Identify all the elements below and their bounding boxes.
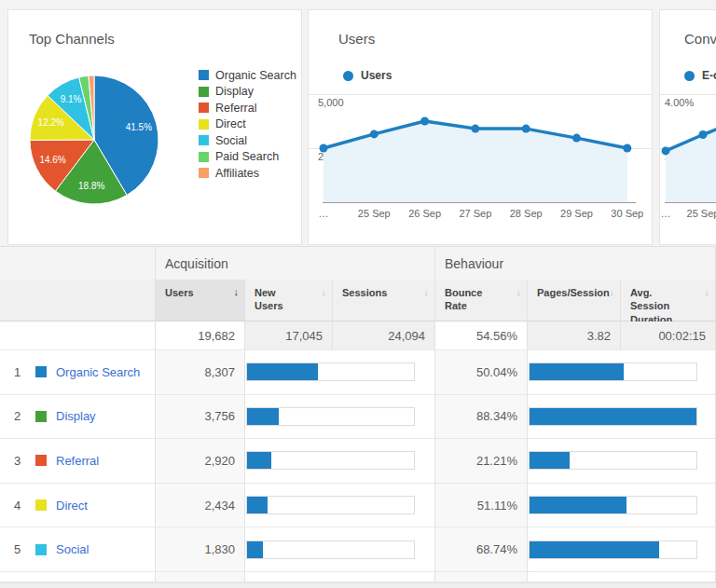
legend-label: Referral [215, 102, 256, 115]
channels-table: Acquisition Behaviour Users ↓ New Users … [0, 246, 716, 582]
x-axis-line [665, 202, 716, 203]
row-users-value: 3,756 [156, 395, 245, 440]
channel-link-organic-search[interactable]: Organic Search [56, 365, 140, 379]
row-bounce-rate-value: 68.74% [435, 527, 528, 572]
users-bar-track [246, 407, 415, 426]
pie-slice-label: 12.2% [38, 117, 64, 128]
data-point [662, 146, 670, 155]
channel-color-swatch [35, 411, 47, 422]
channel-link-display[interactable]: Display [56, 409, 96, 423]
legend-item-paid-search: Paid Search [199, 149, 296, 166]
x-axis-label: 27 Sep [459, 208, 491, 219]
legend-swatch [199, 152, 209, 162]
table-row-channel-cell: 4 Direct [0, 484, 156, 528]
users-bar-track [246, 362, 415, 381]
data-point [471, 125, 479, 133]
table-row-channel-cell: 5 Social [0, 527, 156, 572]
x-axis-label: 25 Sep [687, 208, 716, 219]
column-header-avg-session-duration[interactable]: Avg. Session Duration ↓ [621, 280, 716, 321]
legend-item-direct: Direct [199, 116, 296, 133]
total-avg-session-duration: 00:02:15 [621, 321, 716, 350]
row-users-bar-cell [245, 395, 435, 440]
x-axis-label: 28 Sep [510, 208, 543, 219]
total-bounce-rate: 54.56% [435, 321, 528, 350]
row-rank: 5 [14, 542, 29, 556]
x-axis-label: 26 Sep [408, 208, 441, 219]
legend-label: Affiliates [215, 167, 259, 180]
pie-slice-label: 41.5% [126, 122, 152, 132]
conversions-line-chart: 4.00%2.00%…25 Sep26 Sep27 Sep28 Sep29 Se… [660, 10, 716, 244]
legend-swatch [199, 119, 209, 130]
legend-item-social: Social [199, 132, 296, 149]
row-rank: 2 [14, 409, 29, 423]
column-header-sessions[interactable]: Sessions ↓ [333, 280, 435, 321]
bounce-bar-fill [530, 497, 626, 513]
row-users-bar-cell [245, 527, 435, 572]
partial-table-row-cell [528, 572, 716, 582]
legend-item-display: Display [199, 84, 296, 101]
legend-item-referral: Referral [199, 100, 296, 116]
bounce-bar-track [529, 540, 697, 559]
top-channels-title: Top Channels [29, 31, 115, 47]
pie-slice-label: 18.8% [78, 181, 104, 191]
table-bottom-scroll-strip[interactable] [0, 582, 716, 588]
column-header-pages-session[interactable]: Pages/Session ↓ [528, 280, 621, 321]
partial-table-row-cell [156, 572, 245, 582]
row-rank: 1 [14, 365, 29, 379]
partial-table-row-cell [0, 572, 156, 582]
sort-icon: ↓ [424, 286, 430, 298]
sort-descending-icon: ↓ [234, 286, 240, 298]
total-pages-session: 3.82 [528, 321, 621, 350]
pie-slice-label: 9.1% [61, 94, 82, 104]
table-corner-cell [0, 247, 156, 280]
users-bar-track [246, 540, 415, 559]
total-sessions: 24,094 [333, 321, 435, 350]
bounce-bar-track [529, 496, 697, 514]
data-point [572, 134, 581, 143]
legend-swatch [199, 135, 209, 145]
table-row-channel-cell: 2 Display [0, 395, 156, 440]
legend-label: Paid Search [215, 150, 279, 163]
channel-link-direct[interactable]: Direct [56, 499, 88, 513]
legend-label: Display [215, 85, 254, 98]
top-channels-card: Top Channels 41.5%18.8%14.6%12.2%9.1% Or… [7, 9, 302, 245]
total-new-users: 17,045 [245, 321, 333, 350]
data-point [623, 144, 631, 153]
legend-label: Direct [215, 117, 246, 130]
row-rank: 4 [14, 499, 29, 513]
legend-swatch [199, 70, 209, 80]
column-header-users[interactable]: Users ↓ [156, 280, 245, 321]
data-point [699, 130, 708, 139]
row-bounce-bar-cell [528, 395, 716, 440]
group-header-acquisition: Acquisition [156, 247, 435, 280]
pie-slice-label: 14.6% [39, 155, 65, 165]
legend-label: Organic Search [215, 69, 296, 82]
sort-icon: ↓ [322, 286, 327, 298]
users-bar-fill [247, 408, 279, 425]
row-bounce-rate-value: 50.04% [435, 350, 528, 395]
totals-row-label-cell [0, 321, 156, 350]
pie-legend: Organic SearchDisplayReferralDirectSocia… [199, 67, 296, 182]
row-bounce-bar-cell [528, 484, 716, 528]
legend-item-affiliates: Affiliates [199, 165, 296, 182]
row-users-value: 2,920 [156, 439, 245, 484]
legend-label: Social [215, 134, 247, 147]
users-line-chart: 5,0002,500…25 Sep26 Sep27 Sep28 Sep29 Se… [309, 10, 652, 244]
legend-swatch [199, 103, 209, 113]
channel-color-swatch [35, 544, 47, 555]
column-header-bounce-rate[interactable]: Bounce Rate ↓ [435, 280, 528, 321]
sort-icon: ↓ [705, 286, 710, 298]
group-header-behaviour: Behaviour [435, 247, 716, 280]
channel-color-swatch [35, 366, 47, 377]
users-bar-fill [247, 452, 271, 469]
partial-table-row-cell [435, 572, 528, 582]
channel-link-social[interactable]: Social [56, 542, 89, 556]
column-header-new-users[interactable]: New Users ↓ [245, 280, 333, 321]
x-axis-line [323, 202, 636, 203]
x-axis-label: … [319, 208, 329, 219]
channel-link-referral[interactable]: Referral [56, 454, 99, 468]
row-users-value: 1,830 [156, 527, 245, 572]
legend-swatch [199, 87, 209, 97]
data-point [320, 144, 328, 153]
partial-table-row-cell [245, 572, 435, 582]
